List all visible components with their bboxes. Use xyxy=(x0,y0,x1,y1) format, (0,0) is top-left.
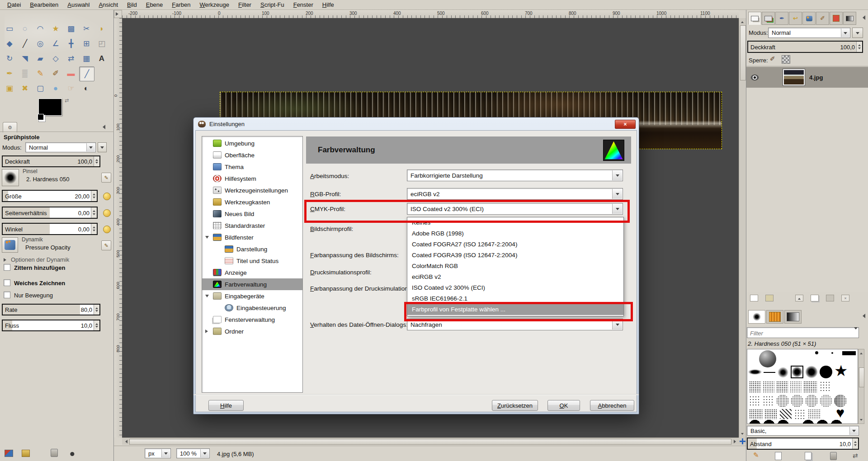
layer-mode-select[interactable]: Normal xyxy=(768,28,850,38)
lock-paint-icon[interactable]: ✐ xyxy=(770,55,775,62)
collapse-left-dock-icon[interactable] xyxy=(100,125,105,129)
lock-alpha-icon[interactable] xyxy=(782,55,790,64)
ruler-corner-button[interactable] xyxy=(114,10,122,18)
vertical-scrollbar[interactable] xyxy=(739,18,746,437)
dropdown-item-choose-from-disk[interactable]: Farbprofil von Festplatte wählen ... xyxy=(407,304,623,315)
brush-swatch-star[interactable]: ★ xyxy=(834,363,848,378)
brush-swatch-selected[interactable] xyxy=(791,366,803,378)
layer-opacity-slider[interactable]: Deckkraft 100,0 xyxy=(747,41,863,53)
angle-reset-icon[interactable] xyxy=(103,226,111,233)
aspect-reset-icon[interactable] xyxy=(103,209,111,217)
brush-swatch[interactable] xyxy=(794,409,806,419)
navigation-cross-icon[interactable] xyxy=(739,437,746,445)
brush-swatch[interactable] xyxy=(763,395,774,406)
tab-patterns[interactable] xyxy=(830,12,843,25)
brush-swatch-sphere[interactable] xyxy=(759,350,776,367)
delete-brush-icon[interactable] xyxy=(830,452,837,460)
brush-swatch[interactable] xyxy=(820,395,832,407)
brush-swatch[interactable] xyxy=(777,367,789,378)
tab-brushes-dock[interactable]: ✐ xyxy=(816,12,829,25)
brush-swatch[interactable] xyxy=(764,372,775,373)
brush-swatch[interactable] xyxy=(831,352,833,354)
default-colors-icon[interactable] xyxy=(38,114,44,120)
color-picker-tool[interactable]: ╱ xyxy=(18,37,32,51)
menu-datei[interactable]: Datei xyxy=(3,0,25,9)
chevron-down-icon[interactable] xyxy=(854,329,858,336)
tree-item-titel-status[interactable]: Titel und Status xyxy=(202,255,302,267)
brush-swatch[interactable] xyxy=(748,418,790,424)
cmyk-profile-select[interactable]: ISO Coated v2 300% (ECI) xyxy=(407,203,623,215)
menu-ansicht[interactable]: Ansicht xyxy=(94,0,123,9)
chevron-down-icon[interactable] xyxy=(841,28,849,37)
tab-undo-history[interactable]: ↩ xyxy=(789,12,802,25)
dynamics-preview-button[interactable] xyxy=(2,237,18,253)
chevron-down-icon[interactable] xyxy=(612,189,622,199)
tab-tool-options[interactable]: ⚙ xyxy=(3,122,17,132)
brush-grid[interactable]: ★ ♥ xyxy=(747,349,858,424)
horizontal-scrollbar[interactable] xyxy=(122,437,739,445)
tree-item-anzeige[interactable]: Anzeige xyxy=(202,267,302,278)
cancel-button[interactable]: Abbrechen xyxy=(590,400,634,411)
tab-dynamics[interactable] xyxy=(802,12,816,25)
layer-mode-extra-button[interactable] xyxy=(852,28,863,38)
brush-preview-button[interactable] xyxy=(2,169,19,186)
chevron-down-icon[interactable] xyxy=(849,427,858,435)
paintbrush-icon[interactable] xyxy=(70,449,77,456)
scroll-left-icon[interactable] xyxy=(122,438,128,445)
tree-item-werkzeugkasten[interactable]: Werkzeugkasten xyxy=(202,196,302,208)
scroll-down-icon[interactable] xyxy=(739,431,745,437)
chevron-down-icon[interactable] xyxy=(86,143,95,151)
flow-slider[interactable]: Fluss 10,0 xyxy=(2,320,100,331)
tab-patterns-preview[interactable] xyxy=(766,310,783,324)
brush-swatch[interactable] xyxy=(748,369,762,375)
reset-button[interactable]: Zurücksetzen xyxy=(492,400,538,411)
dropdown-item[interactable]: Coated FOGRA39 (ISO 12647-2:2004) xyxy=(407,250,623,261)
chevron-down-icon[interactable] xyxy=(612,170,622,180)
clone-tool[interactable]: ▣ xyxy=(2,81,17,95)
brush-swatch[interactable] xyxy=(805,366,818,378)
cage-transform-tool[interactable]: ▦ xyxy=(79,52,94,66)
heal-tool[interactable]: ✖ xyxy=(18,81,32,95)
align-tool[interactable]: ⊞ xyxy=(79,37,94,51)
brush-swatch[interactable] xyxy=(803,381,817,393)
scroll-up-icon[interactable] xyxy=(858,349,864,356)
duplicate-brush-icon[interactable] xyxy=(805,452,811,460)
menu-bearbeiten[interactable]: Bearbeiten xyxy=(25,0,63,9)
blur-tool[interactable]: ● xyxy=(48,81,63,95)
hscroll-thumb[interactable] xyxy=(129,439,731,445)
rate-slider[interactable]: Rate 80,0 xyxy=(2,304,100,315)
menu-hilfe[interactable]: Hilfe xyxy=(318,0,339,9)
menu-bild[interactable]: Bild xyxy=(123,0,142,9)
tab-brushes[interactable] xyxy=(748,310,765,324)
opacity-slider[interactable]: Deckkraft 100,0 xyxy=(2,155,100,167)
menu-auswahl[interactable]: Auswahl xyxy=(63,0,94,9)
brush-swatch[interactable] xyxy=(764,409,777,419)
menu-farben[interactable]: Farben xyxy=(167,0,195,9)
menu-ebene[interactable]: Ebene xyxy=(142,0,168,9)
dropdown-item[interactable]: Adobe RGB (1998) xyxy=(407,228,623,239)
brush-swatch[interactable] xyxy=(749,409,763,419)
brush-swatch[interactable] xyxy=(802,418,843,424)
crop-tool[interactable]: ◰ xyxy=(94,37,109,51)
chevron-down-icon[interactable] xyxy=(161,449,170,457)
unit-select[interactable]: px xyxy=(145,448,171,458)
tree-item-oberflaeche[interactable]: Oberfläche xyxy=(202,149,302,161)
zoom-select[interactable]: 100 % xyxy=(176,448,210,458)
brush-swatch[interactable] xyxy=(763,381,774,393)
brush-swatch[interactable] xyxy=(749,395,761,406)
motion-only-checkbox-row[interactable]: Nur Bewegung xyxy=(4,292,53,299)
menu-werkzeuge[interactable]: Werkzeuge xyxy=(195,0,234,9)
select-by-color-tool[interactable]: ▩ xyxy=(64,22,78,36)
brush-filter-input[interactable] xyxy=(749,329,846,338)
tree-item-werkzeugeinstellungen[interactable]: Werkzeugeinstellungen xyxy=(202,184,302,196)
menu-fenster[interactable]: Fenster xyxy=(289,0,318,9)
dropdown-item[interactable]: eciRGB v2 xyxy=(407,272,623,282)
tab-channels[interactable] xyxy=(762,12,775,25)
dropdown-item[interactable]: ColorMatch RGB xyxy=(407,261,623,272)
brush-swatch[interactable] xyxy=(790,381,802,393)
dropdown-item[interactable]: Keines xyxy=(407,217,623,228)
eraser-tool[interactable]: ▬ xyxy=(64,66,78,80)
rect-select-tool[interactable]: ▭ xyxy=(2,22,17,36)
expander-closed-icon[interactable] xyxy=(205,329,210,333)
raise-layer-icon[interactable] xyxy=(795,295,803,301)
